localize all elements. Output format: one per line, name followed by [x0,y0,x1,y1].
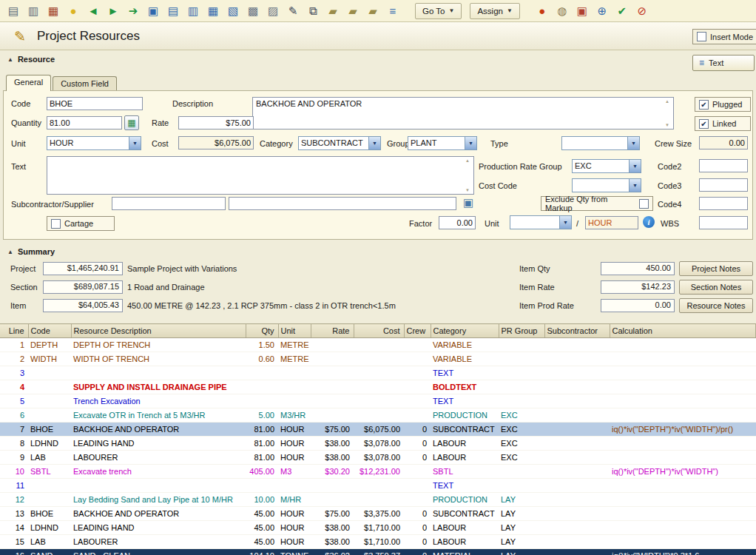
quantity-input[interactable] [47,116,122,130]
copy-icon[interactable]: ⧉ [304,2,322,20]
workbook-icon[interactable]: ▦ [44,2,62,20]
column-header-description[interactable]: Resource Description [71,324,246,338]
tab-general[interactable]: General [6,75,51,91]
archive-1-icon[interactable]: ▰ [324,2,342,20]
archive-2-icon[interactable]: ▰ [344,2,362,20]
chevron-down-icon[interactable]: ▼ [368,137,380,149]
code2-input[interactable] [699,159,748,172]
globe-icon[interactable]: ⊕ [593,2,611,20]
goto-button[interactable]: Go To ▼ [415,3,462,19]
chart-report-2-icon[interactable]: ▨ [264,2,282,20]
print-preview-icon[interactable]: ▥ [24,2,42,20]
plugged-checkbox[interactable]: ✔ [699,100,709,110]
insert-mode-toggle[interactable]: Insert Mode [692,29,756,44]
production-rate-group-select[interactable]: EXC ▼ [572,159,641,173]
column-header-code[interactable]: Code [28,324,71,338]
legend-icon[interactable]: ≡ [384,2,402,20]
chevron-down-icon[interactable]: ▼ [627,137,639,149]
cancel-icon[interactable]: ⊘ [633,2,651,20]
table-row[interactable]: 4 SUPPLY AND INSTALL DRAINAGE PIPE BOLDT… [0,380,756,394]
table-row[interactable]: 9 LAB LABOURER 81.00 HOUR $38.00 $3,078.… [0,451,756,465]
forward-icon[interactable]: ► [104,2,122,20]
supplier-input[interactable] [229,197,456,210]
code-input[interactable] [47,97,143,110]
database-icon[interactable]: ◍ [553,2,571,20]
rate-input[interactable] [178,116,254,130]
unit-select[interactable]: HOUR ▼ [47,136,141,150]
table-row[interactable]: 1 DEPTH DEPTH OF TRENCH 1.50 METRE VARIA… [0,338,756,352]
cartage-toggle[interactable]: Cartage [47,216,115,231]
supplier-lookup-icon[interactable]: ▣ [461,195,476,210]
archive-3-icon[interactable]: ▰ [364,2,382,20]
exclude-qty-toggle[interactable]: Exclude Qty from Markup [541,196,653,211]
wbs-input[interactable] [699,216,748,229]
table-row[interactable]: 16 SAND SAND - CLEAN 104.10 TONNE $36.02… [0,549,756,555]
table-row[interactable]: 15 LAB LABOURER 45.00 HOUR $38.00 $1,710… [0,535,756,549]
table-row[interactable]: 12 Lay Bedding Sand and Lay Pipe at 10 M… [0,493,756,507]
code4-input[interactable] [699,197,748,210]
column-header-qty[interactable]: Qty [246,324,278,338]
chevron-down-icon[interactable]: ▼ [465,137,476,149]
table-row[interactable]: 5 Trench Excavation TEXT [0,394,756,408]
linked-checkbox[interactable]: ✔ [699,119,709,129]
back-icon[interactable]: ◄ [84,2,102,20]
column-header-crew[interactable]: Crew [404,324,431,338]
column-header-category[interactable]: Category [431,324,499,338]
chart-report-icon[interactable]: ▩ [244,2,262,20]
assign-button[interactable]: Assign ▼ [470,3,519,19]
notes-button[interactable]: Project Notes [679,261,753,276]
window-icon[interactable]: ▣ [144,2,162,20]
column-header-unit[interactable]: Unit [278,324,311,338]
column-header-line[interactable]: Line [0,324,28,338]
confirm-icon[interactable]: ✔ [613,2,631,20]
tab-custom-field[interactable]: Custom Field [53,76,117,91]
factor-input[interactable] [439,216,476,229]
printer-icon[interactable]: ▤ [4,2,22,20]
cost-code-select[interactable]: ▼ [572,178,641,192]
help-icon[interactable]: ● [64,2,82,20]
open-page-icon[interactable]: ➔ [124,2,142,20]
collapse-icon[interactable]: ▲ [7,249,13,255]
text-input[interactable] [47,156,474,195]
column-header-rate[interactable]: Rate [311,324,354,338]
chevron-down-icon[interactable]: ▼ [629,160,641,172]
table-row[interactable]: 3 TEXT [0,366,756,380]
notes-button[interactable]: Resource Notes [679,298,753,313]
insert-mode-checkbox[interactable] [697,32,706,41]
items-grid-icon[interactable]: ▥ [184,2,202,20]
chevron-down-icon[interactable]: ▼ [129,137,141,149]
subcontractor-input[interactable] [112,197,226,210]
notes-button[interactable]: Section Notes [679,280,753,295]
analysis-grid-icon[interactable]: ▧ [224,2,242,20]
group-select[interactable]: PLANT ▼ [408,136,477,150]
chevron-down-icon[interactable]: ▼ [629,179,641,192]
text-button[interactable]: ≡ Text [692,55,755,71]
table-row[interactable]: 8 LDHND LEADING HAND 81.00 HOUR $38.00 $… [0,437,756,451]
category-select[interactable]: SUBCONTRACT ▼ [298,136,381,150]
quantity-lookup-button[interactable]: ▦ [124,115,139,130]
edit-icon[interactable]: ✎ [284,2,302,20]
resources-grid-icon[interactable]: ▤ [164,2,182,20]
table-row[interactable]: 7 BHOE BACKHOE AND OPERATOR 81.00 HOUR $… [0,423,756,437]
table-row[interactable]: 2 WIDTH WIDTH OF TRENCH 0.60 METRE VARIA… [0,352,756,366]
plugged-toggle[interactable]: ✔ Plugged [695,97,751,112]
exclude-qty-checkbox[interactable] [639,199,649,209]
sections-grid-icon[interactable]: ▦ [204,2,222,20]
collapse-icon[interactable]: ▲ [7,56,13,63]
column-header-pr-group[interactable]: PR Group [499,324,544,338]
description-input[interactable]: BACKHOE AND OPERATOR [252,97,674,130]
info-icon[interactable]: i [643,216,655,228]
chevron-down-icon[interactable]: ▼ [559,216,571,229]
column-header-subcontractor[interactable]: Subcontractor [544,324,610,338]
table-row[interactable]: 10 SBTL Excavate trench 405.00 M3 $30.20… [0,465,756,479]
sync-icon[interactable]: ▣ [573,2,591,20]
table-row[interactable]: 11 TEXT [0,479,756,493]
per-unit-select[interactable]: ▼ [510,215,572,229]
table-row[interactable]: 14 LDHND LEADING HAND 45.00 HOUR $38.00 … [0,521,756,535]
alert-icon[interactable]: ● [533,2,551,20]
type-select[interactable]: ▼ [561,136,640,150]
cartage-checkbox[interactable] [51,219,61,229]
table-row[interactable]: 6 Excavate OTR in Trench at 5 M3/HR 5.00… [0,408,756,423]
column-header-cost[interactable]: Cost [354,324,404,338]
linked-toggle[interactable]: ✔ Linked [695,116,751,131]
